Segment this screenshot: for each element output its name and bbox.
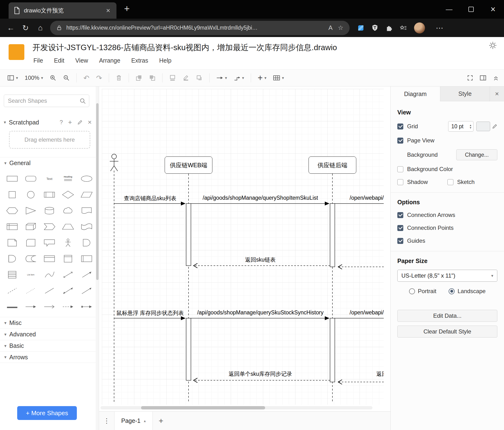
close-window-button[interactable]: × xyxy=(482,0,504,19)
close-panel-icon[interactable]: × xyxy=(490,86,504,101)
favorite-star-icon[interactable]: ☆ xyxy=(338,24,343,32)
list-item-shape[interactable]: List Item xyxy=(21,267,40,283)
arrow-right-dashed-shape[interactable] xyxy=(59,299,77,315)
sidebar-scrollbar[interactable] xyxy=(96,86,99,430)
cloud-shape[interactable] xyxy=(59,203,77,219)
delete-button[interactable] xyxy=(116,75,122,81)
trapezoid-shape[interactable] xyxy=(59,219,77,234)
back-button[interactable]: ← xyxy=(3,23,18,32)
insert-button[interactable]: + ▾ xyxy=(258,73,267,83)
collections-icon[interactable] xyxy=(357,24,364,32)
connection-style-button[interactable]: ▾ xyxy=(216,75,227,81)
redo-button[interactable]: ↷ xyxy=(96,74,102,82)
message-label[interactable]: 查询店铺商品sku列表 xyxy=(116,195,185,202)
sequence-diagram[interactable] xyxy=(102,89,384,405)
ellipse-shape[interactable] xyxy=(77,171,96,187)
zoom-out-button[interactable] xyxy=(63,75,70,81)
shadow-checkbox[interactable] xyxy=(397,179,403,185)
scratchpad-dropzone[interactable]: Drag elements here xyxy=(9,131,90,149)
square-shape[interactable] xyxy=(3,187,21,203)
container-shape[interactable] xyxy=(40,251,59,267)
return-label[interactable]: 返回 xyxy=(376,370,384,378)
zoom-in-button[interactable] xyxy=(50,75,56,81)
fill-color-button[interactable] xyxy=(169,75,176,81)
rounded-rectangle-shape[interactable] xyxy=(21,171,40,187)
table-button[interactable]: ▾ xyxy=(273,75,284,81)
process-shape[interactable] xyxy=(40,187,59,203)
new-tab-button[interactable]: + xyxy=(124,3,130,14)
horizontal-scrollbar[interactable] xyxy=(100,406,372,410)
card-shape[interactable] xyxy=(21,234,40,251)
undo-button[interactable]: ↶ xyxy=(83,74,89,82)
menu-file[interactable]: File xyxy=(33,57,43,64)
grid-color-swatch[interactable] xyxy=(476,122,490,131)
document-shape[interactable] xyxy=(77,203,96,219)
sketch-checkbox[interactable] xyxy=(447,179,453,185)
favorites-list-icon[interactable] xyxy=(400,24,407,32)
profile-avatar[interactable] xyxy=(414,22,425,33)
search-shapes-box[interactable] xyxy=(4,95,89,107)
tab-style[interactable]: Style xyxy=(440,86,490,101)
hexagon-shape[interactable] xyxy=(3,203,21,219)
more-shapes-button[interactable]: + More Shapes xyxy=(17,406,77,420)
parallelogram-shape[interactable] xyxy=(77,187,96,203)
message-label[interactable]: /open/webapi/ xyxy=(350,195,384,201)
and-shape[interactable] xyxy=(3,251,21,267)
menu-edit[interactable]: Edit xyxy=(54,57,64,64)
scrollbar-thumb[interactable] xyxy=(96,103,99,280)
cylinder-shape[interactable] xyxy=(40,203,59,219)
pages-menu-icon[interactable]: ⋮ xyxy=(99,417,114,425)
arrow-right-filled-shape[interactable] xyxy=(77,299,96,315)
guides-checkbox[interactable] xyxy=(397,238,403,244)
section-advanced[interactable]: ▾ Advanced xyxy=(0,328,99,340)
list-shape[interactable] xyxy=(3,267,21,283)
arrow-right-open-shape[interactable] xyxy=(40,299,59,315)
search-input[interactable] xyxy=(4,95,89,107)
zoom-select[interactable]: 100% ▾ xyxy=(25,75,43,81)
callout-shape[interactable] xyxy=(40,234,59,251)
section-arrows[interactable]: ▾ Arrows xyxy=(0,351,99,363)
to-front-button[interactable] xyxy=(135,75,142,81)
rectangle-shape[interactable] xyxy=(3,171,21,187)
url-text[interactable]: https://file.kkview.cn/onlinePreview?url… xyxy=(66,25,323,31)
menu-extras[interactable]: Extras xyxy=(131,57,148,64)
edit-data-button[interactable]: Edit Data... xyxy=(397,310,497,322)
theme-toggle-sun-icon[interactable] xyxy=(488,41,497,50)
tab-close-icon[interactable]: × xyxy=(105,6,111,15)
message-label[interactable]: 鼠标悬浮 库存同步状态列表 xyxy=(111,309,189,317)
landscape-radio-option[interactable]: Landscape xyxy=(449,288,485,295)
browser-menu-icon[interactable]: ⋯ xyxy=(432,23,447,32)
message-label[interactable]: /api/goods/shopManage/queryShopItemSkuLi… xyxy=(201,195,320,201)
home-button[interactable]: ⌂ xyxy=(33,23,48,32)
minimize-button[interactable]: — xyxy=(438,0,460,19)
add-page-button[interactable]: + xyxy=(153,416,170,425)
maximize-button[interactable] xyxy=(460,0,482,19)
return-label[interactable]: 返回sku链表 xyxy=(201,256,320,263)
diagram-page[interactable]: 供应链WEB端 供应链后端 查询店铺商品sku列表 /api/goods/sho… xyxy=(102,89,384,405)
menu-view[interactable]: View xyxy=(75,57,88,64)
connection-points-checkbox[interactable] xyxy=(397,225,403,231)
dotted-line-shape[interactable] xyxy=(21,283,40,299)
fullscreen-button[interactable] xyxy=(467,75,473,81)
shield-extension-icon[interactable] xyxy=(372,24,378,32)
bidirectional-connector-shape[interactable] xyxy=(59,283,77,299)
paper-size-select[interactable]: US-Letter (8,5" x 11") ▾ xyxy=(397,270,497,282)
line-shape[interactable] xyxy=(40,283,59,299)
format-panel-toggle-button[interactable] xyxy=(480,75,486,81)
menu-help[interactable]: Help xyxy=(159,57,171,64)
scratchpad-add-icon[interactable]: + xyxy=(68,119,72,126)
arrow-shape[interactable] xyxy=(77,267,96,283)
return-label[interactable]: 返回单个sku库存同步记录 xyxy=(201,370,320,378)
tape-shape[interactable] xyxy=(77,219,96,234)
scrollbar-thumb[interactable] xyxy=(141,406,265,410)
edit-color-icon[interactable] xyxy=(492,124,497,129)
circle-shape[interactable] xyxy=(21,187,40,203)
vertical-container-shape[interactable] xyxy=(59,251,77,267)
waypoint-style-button[interactable]: ▾ xyxy=(234,75,244,81)
note-shape[interactable] xyxy=(3,234,21,251)
extensions-puzzle-icon[interactable] xyxy=(385,24,393,32)
curve-shape[interactable] xyxy=(40,267,59,283)
address-bar[interactable]: https://file.kkview.cn/onlinePreview?url… xyxy=(50,21,350,35)
canvas-area[interactable]: 供应链WEB端 供应链后端 查询店铺商品sku列表 /api/goods/sho… xyxy=(99,86,390,430)
collapse-toolbar-button[interactable] xyxy=(493,75,499,81)
